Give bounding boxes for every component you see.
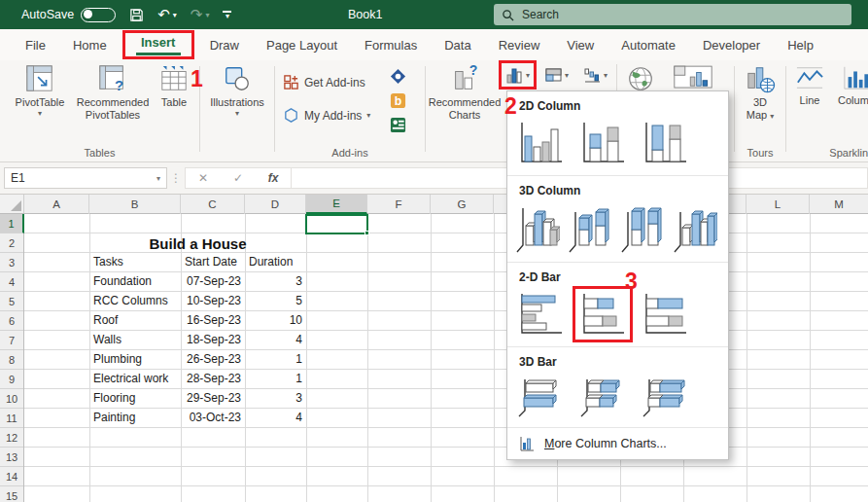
- column-header-d[interactable]: D: [245, 195, 306, 214]
- table-row[interactable]: Electrical work 28-Sep-23 1: [89, 370, 306, 389]
- table-row[interactable]: Painting 03-Oct-23 4: [89, 409, 306, 428]
- sparkline-line-button[interactable]: Line: [792, 64, 827, 107]
- hierarchy-chart-chevron-icon[interactable]: ▾: [565, 71, 569, 80]
- undo-chevron-icon[interactable]: ▾: [173, 11, 177, 19]
- row-header[interactable]: 8: [0, 350, 23, 370]
- row-header[interactable]: 11: [0, 409, 23, 428]
- duration-cell[interactable]: 3: [245, 272, 306, 292]
- name-box-value[interactable]: E1: [11, 171, 156, 185]
- illustrations-button[interactable]: Illustrations ▾: [206, 64, 268, 118]
- autosave-toggle[interactable]: AutoSave: [21, 8, 116, 22]
- header-tasks[interactable]: Tasks: [89, 253, 181, 272]
- get-addins-button[interactable]: Get Add-ins: [283, 74, 365, 90]
- duration-cell[interactable]: 3: [245, 389, 306, 409]
- task-cell[interactable]: Plumbing: [89, 350, 181, 370]
- generic-3d-column-option[interactable]: [671, 202, 719, 255]
- row-header[interactable]: 4: [0, 272, 23, 292]
- recommended-pivottables-button[interactable]: ? Recommended PivotTables: [70, 64, 156, 122]
- column-header-m[interactable]: M: [810, 195, 868, 214]
- grid-body[interactable]: 1 2 3 4 5 6 7 8 9 10 11 12 13 14 15 Buil…: [0, 214, 868, 502]
- start-date-cell[interactable]: 16-Sep-23: [181, 311, 245, 331]
- row-header[interactable]: 14: [0, 467, 23, 486]
- tab-review[interactable]: Review: [485, 29, 554, 60]
- sheet-title-cell[interactable]: Build a House: [89, 233, 306, 254]
- cancel-entry-icon[interactable]: ✕: [186, 171, 221, 185]
- row-header[interactable]: 3: [0, 253, 23, 272]
- pivotchart-button[interactable]: [667, 64, 719, 91]
- row-header[interactable]: 13: [0, 448, 23, 467]
- start-date-cell[interactable]: 26-Sep-23: [181, 350, 245, 370]
- selected-cell-e1[interactable]: [305, 214, 368, 234]
- duration-cell[interactable]: 1: [245, 370, 306, 389]
- column-header-f[interactable]: F: [367, 195, 431, 214]
- bing-maps-addin-icon[interactable]: b: [390, 92, 406, 109]
- column-header-a[interactable]: A: [24, 195, 89, 214]
- tab-page-layout[interactable]: Page Layout: [253, 29, 351, 60]
- task-cell[interactable]: RCC Columns: [89, 292, 181, 311]
- row-header[interactable]: 10: [0, 389, 23, 409]
- start-date-cell[interactable]: 03-Oct-23: [181, 409, 245, 428]
- stacked-100-column-option[interactable]: [638, 118, 692, 168]
- stacked-100-bar-option[interactable]: [638, 289, 692, 340]
- name-box[interactable]: E1 ▾: [4, 167, 167, 189]
- tab-data[interactable]: Data: [431, 29, 484, 60]
- start-date-cell[interactable]: 29-Sep-23: [181, 389, 245, 409]
- search-input[interactable]: [522, 8, 794, 21]
- sparkline-column-button[interactable]: Column: [833, 64, 868, 107]
- clustered-3d-column-option[interactable]: [513, 202, 562, 255]
- header-start-date[interactable]: Start Date: [181, 253, 245, 272]
- tab-home[interactable]: Home: [59, 29, 121, 60]
- stacked-100-3d-bar-option[interactable]: [638, 374, 692, 420]
- insert-function-icon[interactable]: fx: [256, 171, 291, 185]
- search-box[interactable]: [494, 4, 851, 25]
- start-date-cell[interactable]: 28-Sep-23: [181, 370, 245, 389]
- insert-waterfall-chart-button[interactable]: ▾: [579, 63, 611, 87]
- waterfall-chart-chevron-icon[interactable]: ▾: [604, 71, 608, 80]
- table-row[interactable]: Roof 16-Sep-23 10: [89, 311, 306, 331]
- fill-handle[interactable]: [365, 231, 369, 235]
- select-all-corner[interactable]: [0, 195, 24, 213]
- table-row[interactable]: Foundation 07-Sep-23 3: [89, 272, 306, 292]
- start-date-cell[interactable]: 10-Sep-23: [181, 292, 245, 311]
- stacked-3d-bar-option[interactable]: [575, 374, 630, 420]
- tab-insert-active[interactable]: Insert: [122, 30, 194, 59]
- column-header-g[interactable]: G: [431, 195, 494, 214]
- table-row[interactable]: Flooring 29-Sep-23 3: [89, 389, 306, 409]
- tab-automate[interactable]: Automate: [608, 29, 689, 60]
- task-cell[interactable]: Electrical work: [89, 370, 181, 389]
- start-date-cell[interactable]: 07-Sep-23: [181, 272, 245, 292]
- table-row[interactable]: Plumbing 26-Sep-23 1: [89, 350, 306, 370]
- undo-button[interactable]: ↶▾: [157, 6, 177, 23]
- tab-formulas[interactable]: Formulas: [351, 29, 431, 60]
- row-header-1-selected[interactable]: 1: [0, 214, 24, 233]
- clustered-column-option[interactable]: [513, 118, 568, 168]
- duration-cell[interactable]: 1: [245, 350, 306, 370]
- column-header-b[interactable]: B: [89, 195, 181, 214]
- duration-cell[interactable]: 4: [245, 331, 306, 350]
- row-header[interactable]: 2: [0, 233, 23, 253]
- header-duration[interactable]: Duration: [245, 253, 306, 272]
- duration-cell[interactable]: 5: [245, 292, 306, 311]
- tab-help[interactable]: Help: [774, 29, 827, 60]
- row-header[interactable]: 9: [0, 370, 23, 389]
- row-header[interactable]: 6: [0, 311, 23, 331]
- task-cell[interactable]: Flooring: [89, 389, 181, 409]
- tab-developer[interactable]: Developer: [689, 29, 774, 60]
- stacked-100-3d-column-option[interactable]: [618, 202, 667, 255]
- insert-hierarchy-chart-button[interactable]: ▾: [540, 63, 573, 87]
- tab-insert-label[interactable]: Insert: [141, 35, 175, 50]
- table-header-row[interactable]: Tasks Start Date Duration: [89, 253, 306, 272]
- tab-view[interactable]: View: [553, 29, 608, 60]
- maps-chart-button[interactable]: [622, 64, 659, 93]
- task-cell[interactable]: Walls: [89, 331, 181, 350]
- stacked-column-option[interactable]: [575, 118, 630, 168]
- recommended-charts-button[interactable]: ? Recommended Charts: [430, 64, 500, 122]
- duration-cell[interactable]: 10: [245, 311, 306, 331]
- clustered-3d-bar-option[interactable]: [513, 374, 568, 420]
- autosave-switch-icon[interactable]: [81, 8, 116, 22]
- column-chart-chevron-icon[interactable]: ▾: [526, 71, 530, 80]
- task-cell[interactable]: Foundation: [89, 272, 181, 292]
- row-header[interactable]: 12: [0, 428, 23, 448]
- start-date-cell[interactable]: 18-Sep-23: [181, 331, 245, 350]
- column-header-l[interactable]: L: [746, 195, 810, 214]
